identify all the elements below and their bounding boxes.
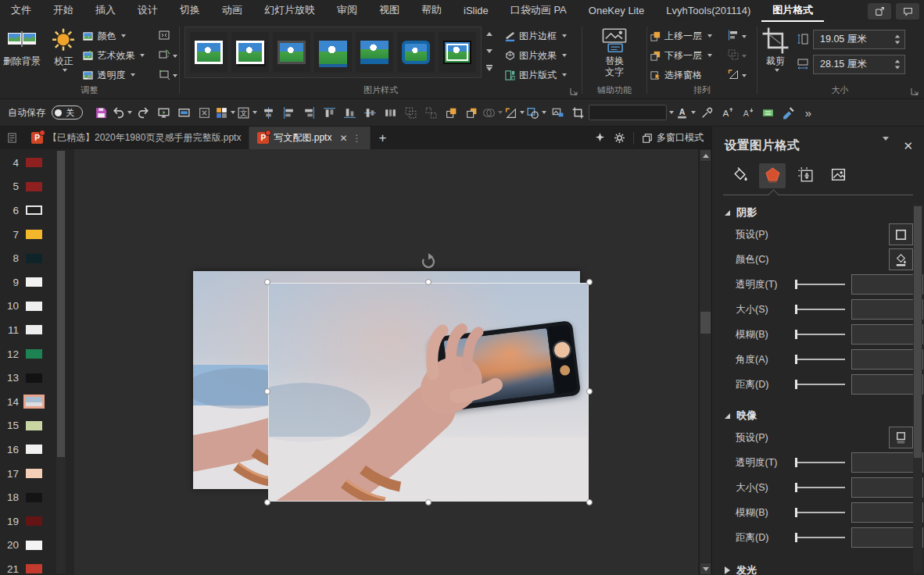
slider-control[interactable] bbox=[795, 354, 845, 365]
menu-item[interactable]: 帮助 bbox=[410, 0, 453, 22]
align-bottom-icon[interactable] bbox=[339, 102, 360, 123]
size-properties-tab[interactable] bbox=[792, 163, 818, 188]
menu-item[interactable]: iSlide bbox=[453, 0, 500, 22]
reset-picture-icon[interactable] bbox=[156, 67, 179, 84]
send-backward-button[interactable]: 下移一层 bbox=[647, 47, 725, 64]
settings-button[interactable] bbox=[614, 132, 625, 144]
save-icon[interactable] bbox=[91, 102, 111, 123]
artistic-effects-button[interactable]: 艺术效果 bbox=[80, 47, 156, 64]
screenshot-icon[interactable] bbox=[547, 102, 568, 123]
font-decrease-icon[interactable]: A bbox=[737, 102, 757, 123]
reflection-section-header[interactable]: 映像 bbox=[725, 406, 924, 425]
picture-style-thumb[interactable] bbox=[356, 32, 393, 73]
gallery-scroll-down[interactable] bbox=[483, 42, 496, 59]
menu-item[interactable]: 幻灯片放映 bbox=[253, 0, 326, 22]
slide-thumbnail[interactable] bbox=[26, 349, 42, 359]
color-button[interactable]: 颜色 bbox=[80, 27, 156, 45]
new-tab-button[interactable]: + bbox=[371, 127, 394, 149]
rotate-handle[interactable] bbox=[420, 253, 437, 270]
doc-list-button[interactable] bbox=[0, 127, 23, 149]
align-center-h-icon[interactable] bbox=[258, 102, 278, 123]
picture-effects-button[interactable]: 图片效果 bbox=[502, 47, 569, 64]
picture-style-thumb[interactable] bbox=[314, 32, 352, 73]
panel-scrollbar[interactable] bbox=[913, 205, 922, 573]
picture-tab[interactable] bbox=[825, 163, 851, 188]
menu-item[interactable]: 切换 bbox=[169, 0, 211, 22]
menu-item[interactable]: 插入 bbox=[84, 0, 127, 22]
menu-item[interactable]: 设计 bbox=[127, 0, 169, 22]
autosave-toggle[interactable]: 关 bbox=[52, 105, 83, 120]
document-tab[interactable]: P 【已精选】2020年1980页灵感手册完整版.pptx bbox=[23, 127, 249, 149]
bring-forward-button[interactable]: 上移一层 bbox=[647, 27, 725, 45]
height-down-arrow[interactable] bbox=[895, 41, 900, 44]
align-left-icon[interactable] bbox=[278, 102, 299, 123]
font-increase-icon[interactable]: A bbox=[717, 102, 737, 123]
alt-text-button[interactable]: 替换文字 bbox=[592, 25, 637, 77]
height-value[interactable]: 19.05 厘米 bbox=[814, 33, 892, 46]
slide-thumbnail[interactable] bbox=[26, 254, 42, 263]
width-spinner[interactable]: 28.15 厘米 bbox=[813, 55, 905, 74]
slide-thumbnail[interactable] bbox=[26, 516, 42, 526]
distribute-h-icon[interactable] bbox=[380, 102, 400, 123]
menu-item[interactable]: 审阅 bbox=[326, 0, 368, 22]
picture-style-thumb[interactable] bbox=[439, 32, 476, 73]
sparkle-button[interactable] bbox=[594, 132, 606, 144]
picture-styles-dialog-launcher[interactable] bbox=[569, 87, 578, 96]
height-up-arrow[interactable] bbox=[895, 34, 900, 38]
scroll-down-arrow[interactable] bbox=[700, 563, 711, 574]
menu-item[interactable]: OneKey Lite bbox=[578, 0, 656, 22]
width-up-arrow[interactable] bbox=[895, 59, 900, 62]
slide-canvas[interactable] bbox=[74, 149, 698, 575]
multi-window-button[interactable]: 多窗口模式 bbox=[642, 131, 704, 145]
slide-thumbnail[interactable] bbox=[26, 325, 42, 334]
slideshow-icon[interactable] bbox=[153, 102, 174, 123]
more-icon[interactable]: » bbox=[798, 102, 818, 123]
align-top-icon[interactable] bbox=[319, 102, 339, 123]
transparency-button[interactable]: 透明度 bbox=[80, 66, 156, 84]
glow-section-header[interactable]: 发光 bbox=[725, 561, 924, 575]
style-combobox[interactable] bbox=[588, 102, 675, 123]
shadow-color-button[interactable] bbox=[889, 248, 913, 270]
picture-style-thumb[interactable] bbox=[273, 32, 310, 73]
slider-control[interactable] bbox=[795, 457, 845, 468]
slide-thumbnail[interactable] bbox=[26, 182, 42, 191]
align-middle-v-icon[interactable] bbox=[360, 102, 380, 123]
slider-control[interactable] bbox=[795, 532, 845, 543]
slider-control[interactable] bbox=[795, 379, 845, 390]
slide-thumbnail[interactable] bbox=[26, 302, 42, 311]
font-settings-icon[interactable]: 文 bbox=[236, 102, 258, 123]
size-dialog-launcher[interactable] bbox=[910, 87, 919, 96]
picture-border-button[interactable]: 图片边框 bbox=[502, 27, 569, 45]
slider-control[interactable] bbox=[795, 507, 845, 518]
crop-icon[interactable] bbox=[568, 102, 588, 123]
slide-thumbnail[interactable] bbox=[26, 469, 42, 478]
group-objects-icon[interactable] bbox=[725, 48, 748, 64]
merge-shapes-icon[interactable] bbox=[482, 102, 503, 123]
slide-thumbnail[interactable] bbox=[26, 277, 42, 287]
slide-thumbnail[interactable] bbox=[26, 541, 42, 550]
height-spinner[interactable]: 19.05 厘米 bbox=[813, 30, 905, 49]
monitor-icon[interactable] bbox=[174, 102, 194, 123]
effects-tab[interactable] bbox=[759, 163, 786, 188]
align-right-icon[interactable] bbox=[299, 102, 319, 123]
eyedropper-icon[interactable] bbox=[697, 102, 717, 123]
comment-button[interactable] bbox=[896, 3, 919, 20]
crop-button[interactable]: 裁剪 bbox=[757, 25, 793, 72]
slide-thumbnail[interactable] bbox=[26, 564, 42, 573]
slide-thumbnail[interactable] bbox=[26, 230, 42, 239]
canvas-scroll-thumb[interactable] bbox=[700, 312, 711, 334]
scroll-up-arrow[interactable] bbox=[700, 150, 711, 161]
slide-thumbnail[interactable] bbox=[26, 445, 42, 454]
menu-item[interactable]: LvyhTools(201114) bbox=[655, 0, 761, 22]
panel-close-icon[interactable]: ✕ bbox=[903, 139, 913, 153]
picture-style-thumb[interactable] bbox=[190, 32, 227, 73]
menu-item[interactable]: 图片格式 bbox=[761, 0, 824, 22]
bring-forward-icon[interactable] bbox=[441, 102, 461, 123]
selected-picture[interactable] bbox=[268, 283, 589, 502]
align-objects-icon[interactable] bbox=[725, 28, 748, 45]
slide-thumbnail[interactable] bbox=[26, 205, 42, 215]
reflection-preset-button[interactable] bbox=[889, 427, 913, 448]
ungroup-icon[interactable] bbox=[421, 102, 441, 123]
share-button[interactable] bbox=[868, 3, 891, 20]
gallery-more-button[interactable] bbox=[483, 59, 496, 77]
